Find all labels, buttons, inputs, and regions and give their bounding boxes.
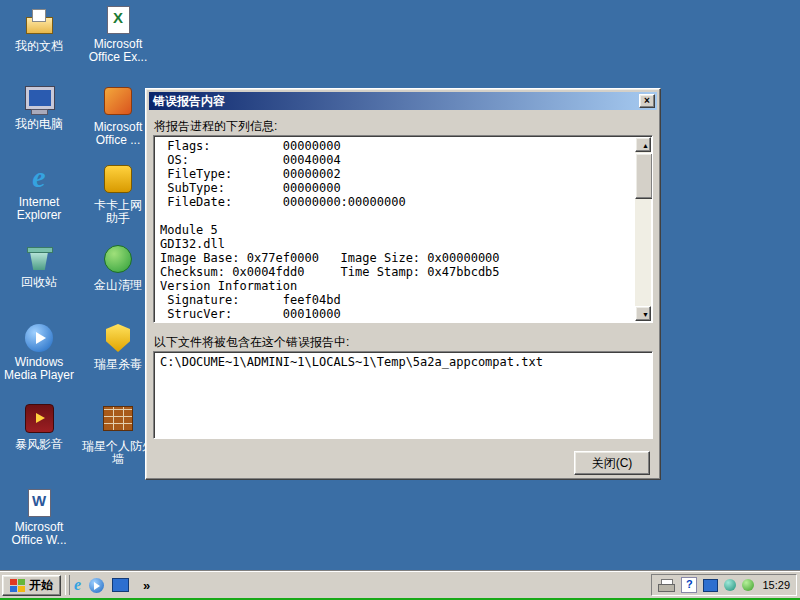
desktop-icon-label: 暴风影音 <box>3 438 75 451</box>
desktop-icon-my-computer[interactable]: 我的电脑 <box>3 84 75 131</box>
internet-explorer-icon: e <box>23 162 55 194</box>
desktop-icon-label: 回收站 <box>3 276 75 289</box>
close-icon[interactable]: × <box>639 94 655 108</box>
kingsoft-cleaner-icon <box>104 245 132 273</box>
scroll-down-icon[interactable]: ▼ <box>635 306 651 321</box>
desktop-icon-windows-media-player[interactable]: Windows Media Player <box>3 322 75 382</box>
help-tray-icon[interactable]: ? <box>681 577 697 593</box>
taskbar: 开始 e » ? 15:29 <box>0 571 800 598</box>
my-computer-icon <box>23 84 55 116</box>
desktop-icon-label: 瑞星个人防火 墙 <box>82 440 154 466</box>
kaka-assistant-icon <box>104 165 132 193</box>
dialog-title: 错误报告内容 <box>153 93 225 110</box>
report-info-label: 将报告进程的下列信息: <box>154 118 277 135</box>
scrollbar[interactable]: ▲ ▼ <box>635 137 651 321</box>
desktop-icon-my-documents[interactable]: 我的文档 <box>3 6 75 53</box>
quick-launch-bar: e » <box>74 577 150 593</box>
desktop-icon-kingsoft-cleaner[interactable]: 金山清理 <box>82 242 154 292</box>
desktop-icon-rising-firewall[interactable]: 瑞星个人防火 墙 <box>82 402 154 466</box>
excel-icon: X <box>102 4 134 36</box>
quick-launch-overflow-chevron[interactable]: » <box>143 578 150 593</box>
desktop-icon-label: Internet Explorer <box>3 196 75 222</box>
taskbar-clock[interactable]: 15:29 <box>762 579 790 591</box>
desktop-icon-label: Windows Media Player <box>3 356 75 382</box>
report-content-textarea[interactable]: Flags: 00000000 OS: 00040004 FileType: 0… <box>153 135 653 323</box>
desktop-icon-office[interactable]: Microsoft Office ... <box>82 84 154 147</box>
desktop-icon-kaka-assistant[interactable]: 卡卡上网 助手 <box>82 162 154 225</box>
scrollbar-thumb[interactable] <box>635 153 653 199</box>
system-tray: ? 15:29 <box>651 574 797 596</box>
desktop-icon-recycle-bin[interactable]: 回收站 <box>3 242 75 289</box>
quick-launch-media-player-icon[interactable] <box>89 578 104 593</box>
recycle-bin-icon <box>23 242 55 274</box>
firewall-tray-icon[interactable] <box>703 579 718 592</box>
desktop-icon-label: Microsoft Office Ex... <box>82 38 154 64</box>
desktop-icon-label: 金山清理 <box>82 279 154 292</box>
desktop-icon-internet-explorer[interactable]: e Internet Explorer <box>3 162 75 222</box>
rising-antivirus-icon <box>106 324 130 352</box>
desktop-icon-label: 瑞星杀毒 <box>82 358 154 371</box>
desktop-icon-label: 我的文档 <box>3 40 75 53</box>
rising-firewall-icon <box>103 406 133 431</box>
desktop-icon-label: Microsoft Office W... <box>3 521 75 547</box>
media-player-icon <box>23 322 55 354</box>
dialog-titlebar[interactable]: 错误报告内容 × <box>149 92 657 110</box>
scroll-up-icon[interactable]: ▲ <box>635 137 651 152</box>
desktop-icon-label: 卡卡上网 助手 <box>82 199 154 225</box>
network-tray-icon[interactable] <box>742 579 754 591</box>
antivirus-tray-icon[interactable] <box>724 579 736 591</box>
quick-launch-ie-icon[interactable]: e <box>74 577 81 593</box>
desktop-icon-label: 我的电脑 <box>3 118 75 131</box>
start-button[interactable]: 开始 <box>2 575 61 596</box>
desktop-icon-excel[interactable]: X Microsoft Office Ex... <box>82 4 154 64</box>
my-documents-icon <box>23 6 55 38</box>
report-content-text: Flags: 00000000 OS: 00040004 FileType: 0… <box>154 136 635 323</box>
desktop-icon-rising-antivirus[interactable]: 瑞星杀毒 <box>82 322 154 371</box>
printer-tray-icon[interactable] <box>658 579 675 592</box>
word-icon: W <box>23 487 55 519</box>
quick-launch-show-desktop-icon[interactable] <box>112 578 129 592</box>
start-button-label: 开始 <box>29 577 53 594</box>
included-file-path: C:\DOCUME~1\ADMINI~1\LOCALS~1\Temp\5a2a_… <box>154 352 652 372</box>
desktop-icon-word[interactable]: W Microsoft Office W... <box>3 487 75 547</box>
included-files-label: 以下文件将被包含在这个错误报告中: <box>154 334 349 351</box>
error-report-dialog: 错误报告内容 × 将报告进程的下列信息: Flags: 00000000 OS:… <box>145 88 661 480</box>
baofeng-player-icon <box>25 404 54 433</box>
included-files-textarea[interactable]: C:\DOCUME~1\ADMINI~1\LOCALS~1\Temp\5a2a_… <box>153 351 653 439</box>
taskbar-divider <box>65 575 70 595</box>
close-button[interactable]: 关闭(C) <box>574 451 650 475</box>
office-icon <box>104 87 132 115</box>
windows-logo-icon <box>10 579 25 592</box>
desktop-icon-baofeng[interactable]: 暴风影音 <box>3 402 75 451</box>
desktop-icon-label: Microsoft Office ... <box>82 121 154 147</box>
